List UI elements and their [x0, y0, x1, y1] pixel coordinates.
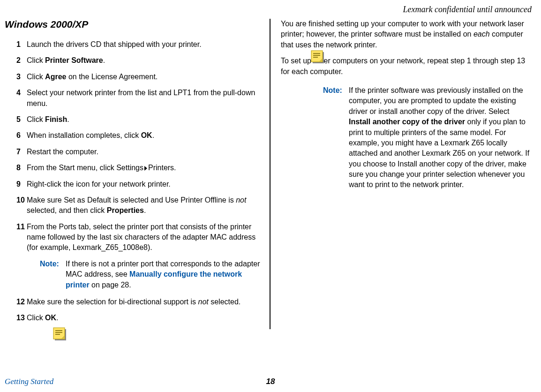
text-part: Click: [27, 56, 45, 64]
step-text: Click OK.: [27, 313, 263, 323]
steps-list: 1 Launch the drivers CD that shipped wit…: [16, 39, 263, 324]
step-num: 1: [16, 39, 27, 50]
note-text: If the printer software was previously i…: [349, 85, 530, 190]
step-num: 6: [16, 130, 27, 141]
step-text: When installation completes, click OK.: [27, 130, 263, 141]
footer-left: Getting Started: [5, 377, 53, 386]
confidential-header: Lexmark confidential until announced: [403, 5, 532, 15]
text-part: selected.: [209, 298, 240, 306]
step-3: 3 Click Agree on the License Agreement.: [16, 72, 263, 82]
step-text: Click Agree on the License Agreement.: [27, 72, 263, 82]
note-label: Note:: [323, 85, 349, 190]
bold-text: Install another copy of the driver: [349, 118, 465, 126]
note-block: Note: If there is not a printer port tha…: [40, 259, 263, 290]
text-part: only if you plan to print to multiple pr…: [349, 118, 529, 188]
step-text: From the Ports tab, select the printer p…: [27, 222, 263, 253]
note-text: If there is not a printer port that corr…: [66, 259, 263, 290]
step-text: Restart the computer.: [27, 147, 263, 157]
text-part: If the printer software was previously i…: [349, 86, 523, 115]
note-block: Note: If the printer software was previo…: [323, 85, 530, 190]
step-4: 4 Select your network printer from the l…: [16, 88, 263, 109]
text-part: on page 28.: [90, 281, 131, 289]
right-column: You are finished setting up your compute…: [270, 19, 530, 329]
page-number: 18: [266, 377, 275, 386]
step-num: 2: [16, 55, 27, 66]
text-part: .: [67, 115, 69, 123]
bold-text: OK: [141, 131, 152, 139]
text-part: on the License Agreement.: [66, 73, 158, 81]
step-num: 5: [16, 114, 27, 125]
bold-text: Properties: [107, 206, 144, 214]
bold-text: Finish: [45, 115, 67, 123]
text-part: Make sure Set as Default is selected and…: [27, 196, 236, 204]
step-num: 3: [16, 72, 27, 82]
text-part: Click: [27, 314, 45, 322]
text-part: .: [144, 206, 146, 214]
text-part: selected, and then click: [27, 206, 107, 214]
step-num: 11: [16, 222, 27, 253]
text-part: Printers.: [148, 164, 176, 172]
step-num: 4: [16, 88, 27, 109]
step-num: 12: [16, 297, 27, 307]
step-11: 11 From the Ports tab, select the printe…: [16, 222, 263, 253]
step-text: Click Finish.: [27, 114, 263, 125]
text-part: From the Start menu, click Settings: [27, 164, 143, 172]
text-part: .: [103, 56, 105, 64]
bold-text: Printer Software: [45, 56, 103, 64]
step-num: 9: [16, 179, 27, 189]
italic-text: not: [236, 196, 246, 204]
step-text: Click Printer Software.: [27, 55, 263, 66]
step-2: 2 Click Printer Software.: [16, 55, 263, 66]
step-9: 9 Right-click the icon for your network …: [16, 179, 263, 189]
footer: Getting Started 18: [5, 377, 536, 386]
step-7: 7 Restart the computer.: [16, 147, 263, 157]
text-part: .: [152, 131, 154, 139]
step-10: 10 Make sure Set as Default is selected …: [16, 195, 263, 216]
text-part: Click: [27, 115, 45, 123]
step-text: Make sure the selection for bi-direction…: [27, 297, 263, 307]
note-label: Note:: [40, 259, 66, 290]
step-num: 8: [16, 163, 27, 173]
arrow-icon: [144, 166, 147, 171]
step-5: 5 Click Finish.: [16, 114, 263, 125]
section-heading: Windows 2000/XP: [5, 19, 263, 30]
step-text: Right-click the icon for your network pr…: [27, 179, 263, 189]
italic-text: each: [473, 30, 490, 38]
step-num: 10: [16, 195, 27, 216]
step-num: 7: [16, 147, 27, 157]
step-13: 13 Click OK.: [16, 313, 263, 323]
step-1: 1 Launch the drivers CD that shipped wit…: [16, 39, 263, 50]
text-part: When installation completes, click: [27, 131, 141, 139]
content-columns: Windows 2000/XP 1 Launch the drivers CD …: [5, 19, 536, 329]
step-text: Select your network printer from the lis…: [27, 88, 263, 109]
bold-text: OK: [45, 314, 56, 322]
step-8: 8 From the Start menu, click SettingsPri…: [16, 163, 263, 173]
step-text: Launch the drivers CD that shipped with …: [27, 39, 263, 50]
bold-text: Agree: [45, 73, 66, 81]
sticky-note-icon[interactable]: [311, 50, 325, 64]
sticky-note-icon[interactable]: [53, 327, 67, 341]
text-part: Click: [27, 73, 45, 81]
step-6: 6 When installation completes, click OK.: [16, 130, 263, 141]
italic-text: not: [198, 298, 209, 306]
paragraph: You are finished setting up your compute…: [281, 19, 530, 50]
left-column: Windows 2000/XP 1 Launch the drivers CD …: [5, 19, 270, 329]
step-num: 13: [16, 313, 27, 323]
step-text: Make sure Set as Default is selected and…: [27, 195, 263, 216]
text-part: Make sure the selection for bi-direction…: [27, 298, 198, 306]
text-part: .: [56, 314, 58, 322]
step-text: From the Start menu, click SettingsPrint…: [27, 163, 263, 173]
step-12: 12 Make sure the selection for bi-direct…: [16, 297, 263, 307]
